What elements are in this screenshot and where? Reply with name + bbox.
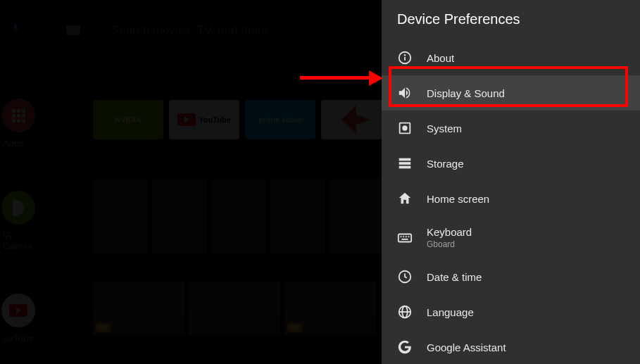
svg-point-2 — [405, 55, 406, 56]
svg-rect-12 — [408, 236, 410, 237]
annotation-arrow — [300, 76, 370, 80]
volume-icon — [397, 85, 413, 101]
globe-icon — [397, 304, 413, 320]
storage-icon — [397, 156, 413, 171]
device-preferences-panel: Device Preferences About Display & Sound… — [382, 0, 640, 364]
menu-item-display-sound[interactable]: Display & Sound — [382, 75, 640, 111]
svg-rect-6 — [399, 162, 411, 165]
menu-label: Home screen — [427, 193, 489, 205]
menu-item-home-screen[interactable]: Home screen — [382, 181, 640, 216]
svg-rect-11 — [406, 236, 407, 237]
svg-rect-7 — [399, 166, 411, 169]
menu-item-system[interactable]: System — [382, 111, 640, 146]
svg-rect-13 — [401, 238, 408, 239]
menu-item-storage[interactable]: Storage — [382, 146, 640, 181]
menu-item-keyboard[interactable]: Keyboard Gboard — [382, 216, 640, 259]
menu-label: Keyboard — [427, 226, 472, 238]
menu-label: System — [427, 123, 462, 134]
menu-label: Display & Sound — [427, 87, 505, 99]
home-icon — [397, 191, 413, 206]
info-icon — [397, 50, 413, 65]
clock-icon — [397, 269, 413, 284]
menu-item-google-assistant[interactable]: Google Assistant — [382, 330, 640, 364]
menu-item-date-time[interactable]: Date & time — [382, 259, 640, 294]
panel-title: Device Preferences — [382, 0, 640, 40]
google-icon — [397, 339, 413, 355]
menu-label: Language — [427, 306, 474, 318]
menu-sublabel: Gboard — [427, 239, 472, 249]
menu-list: About Display & Sound System Storage Hom — [382, 40, 640, 364]
svg-rect-8 — [399, 234, 411, 241]
svg-rect-9 — [401, 236, 402, 237]
dim-overlay — [0, 0, 382, 364]
svg-rect-10 — [403, 236, 404, 237]
menu-label: Date & time — [427, 271, 482, 283]
menu-label: Storage — [427, 158, 464, 170]
svg-point-4 — [403, 126, 407, 130]
svg-rect-5 — [399, 158, 411, 161]
keyboard-icon — [397, 230, 413, 246]
menu-label: Google Assistant — [427, 341, 506, 353]
menu-label: About — [427, 52, 454, 64]
menu-item-about[interactable]: About — [382, 40, 640, 75]
system-icon — [397, 120, 413, 136]
menu-item-language[interactable]: Language — [382, 294, 640, 330]
